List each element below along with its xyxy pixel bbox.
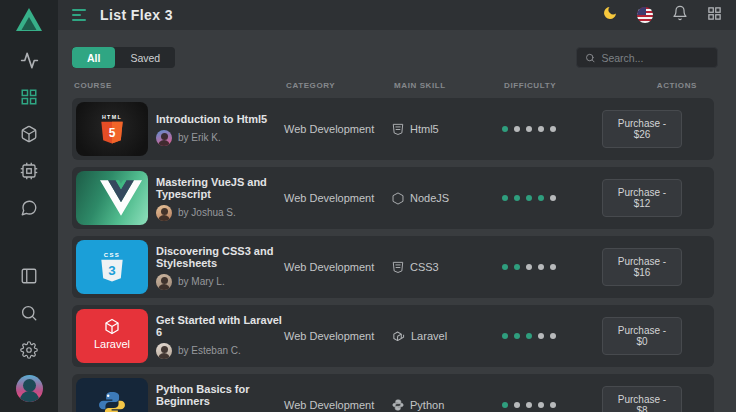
skill-cell: NodeJS [392, 192, 502, 205]
skill-icon [392, 399, 404, 411]
tab-all[interactable]: All [72, 47, 115, 68]
author-name: by Joshua S. [178, 207, 236, 218]
difficulty-dot [538, 402, 544, 408]
skill-label: Html5 [410, 123, 439, 135]
search-icon[interactable] [18, 302, 40, 324]
svg-text:5: 5 [109, 126, 116, 140]
category-cell: Web Development [284, 261, 392, 273]
course-info: Introduction to Html5 by Erik K. [156, 113, 267, 146]
difficulty-dots [502, 333, 602, 339]
action-cell: Purchase - $0 [602, 317, 714, 355]
difficulty-dot [514, 402, 520, 408]
difficulty-dot [538, 126, 544, 132]
purchase-button[interactable]: Purchase - $0 [602, 317, 682, 355]
table-row[interactable]: HTML 5 CSS 3 [72, 167, 714, 229]
action-cell: Purchase - $8 [602, 386, 714, 412]
difficulty-dot [514, 195, 520, 201]
difficulty-dot [502, 264, 508, 270]
apps-grid-icon[interactable] [707, 6, 722, 25]
column-main-skill: MAIN SKILL [394, 81, 504, 90]
skill-label: Laravel [411, 330, 447, 342]
action-cell: Purchase - $16 [602, 248, 714, 286]
category-cell: Web Development [284, 330, 392, 342]
author-line: by Esteban C. [156, 343, 284, 359]
user-avatar[interactable] [16, 375, 43, 402]
course-cell: HTML 5 CSS 3 [72, 171, 284, 225]
course-table: COURSE CATEGORY MAIN SKILL DIFFICULTY AC… [72, 81, 714, 412]
table-row[interactable]: HTML 5 CSS 3 [72, 236, 714, 298]
topbar-actions [602, 5, 722, 25]
search-input[interactable] [601, 52, 709, 64]
author-avatar [156, 274, 172, 290]
difficulty-dot [514, 333, 520, 339]
column-course: COURSE [74, 81, 286, 90]
cpu-icon[interactable] [18, 160, 40, 182]
author-line: by Joshua S. [156, 205, 284, 221]
difficulty-dot [550, 126, 556, 132]
skill-cell: Html5 [392, 123, 502, 136]
filter-tabs: All Saved [72, 47, 175, 68]
column-actions: ACTIONS [604, 81, 714, 90]
table-row[interactable]: HTML 5 CSS 3 [72, 305, 714, 367]
course-title: Discovering CSS3 and Stylesheets [156, 245, 284, 269]
course-cell: HTML 5 CSS 3 [72, 309, 284, 363]
difficulty-dot [502, 402, 508, 408]
skill-label: NodeJS [410, 192, 449, 204]
course-thumbnail: HTML 5 CSS 3 [76, 309, 148, 363]
us-flag-icon[interactable] [637, 7, 653, 23]
skill-icon [392, 123, 404, 136]
moon-icon[interactable] [602, 5, 618, 25]
activity-icon[interactable] [18, 49, 40, 71]
course-table-body: HTML 5 CSS 3 [72, 98, 714, 412]
purchase-button[interactable]: Purchase - $26 [602, 110, 682, 148]
box-icon[interactable] [18, 123, 40, 145]
course-info: Mastering VueJS and Typescript by Joshua… [156, 176, 284, 221]
action-cell: Purchase - $26 [602, 110, 714, 148]
difficulty-dot [550, 195, 556, 201]
category-cell: Web Development [284, 399, 392, 411]
course-title: Get Started with Laravel 6 [156, 314, 284, 338]
table-row[interactable]: HTML 5 CSS 3 [72, 98, 714, 160]
action-cell: Purchase - $12 [602, 179, 714, 217]
skill-cell: CSS3 [392, 261, 502, 274]
table-row[interactable]: HTML 5 CSS 3 [72, 374, 714, 412]
purchase-button[interactable]: Purchase - $16 [602, 248, 682, 286]
course-info: Discovering CSS3 and Stylesheets by Mary… [156, 245, 284, 290]
content: All Saved COURSE CATEGORY MAIN SKILL DIF… [58, 30, 736, 412]
skill-icon [392, 192, 404, 205]
category-cell: Web Development [284, 123, 392, 135]
difficulty-dot [502, 195, 508, 201]
layout-icon[interactable] [18, 265, 40, 287]
search-icon [585, 52, 595, 64]
course-cell: HTML 5 CSS 3 [72, 102, 284, 156]
purchase-button[interactable]: Purchase - $12 [602, 179, 682, 217]
course-thumbnail: HTML 5 CSS 3 [76, 240, 148, 294]
topbar: List Flex 3 [58, 0, 736, 30]
tab-saved[interactable]: Saved [115, 47, 175, 68]
settings-icon[interactable] [18, 339, 40, 361]
course-info: Python Basics for Beginners by Esteban C… [156, 383, 284, 412]
dashboard-grid-icon[interactable] [18, 86, 40, 108]
course-cell: HTML 5 CSS 3 [72, 378, 284, 412]
difficulty-dot [526, 264, 532, 270]
app-logo[interactable] [14, 6, 44, 34]
course-cell: HTML 5 CSS 3 [72, 240, 284, 294]
chat-icon[interactable] [18, 197, 40, 219]
purchase-button[interactable]: Purchase - $8 [602, 386, 682, 412]
svg-text:HTML: HTML [102, 114, 122, 120]
author-avatar [156, 343, 172, 359]
hamburger-icon[interactable] [72, 9, 86, 21]
difficulty-dot [526, 195, 532, 201]
column-difficulty: DIFFICULTY [504, 81, 604, 90]
author-avatar [156, 205, 172, 221]
bell-icon[interactable] [672, 5, 688, 25]
difficulty-dot [538, 264, 544, 270]
difficulty-dot [514, 126, 520, 132]
skill-label: CSS3 [410, 261, 439, 273]
difficulty-dot [538, 195, 544, 201]
skill-cell: Python [392, 399, 502, 411]
course-thumbnail: HTML 5 CSS 3 [76, 378, 148, 412]
author-line: by Mary L. [156, 274, 284, 290]
author-name: by Esteban C. [178, 345, 241, 356]
main-area: List Flex 3 All Saved [58, 0, 736, 412]
